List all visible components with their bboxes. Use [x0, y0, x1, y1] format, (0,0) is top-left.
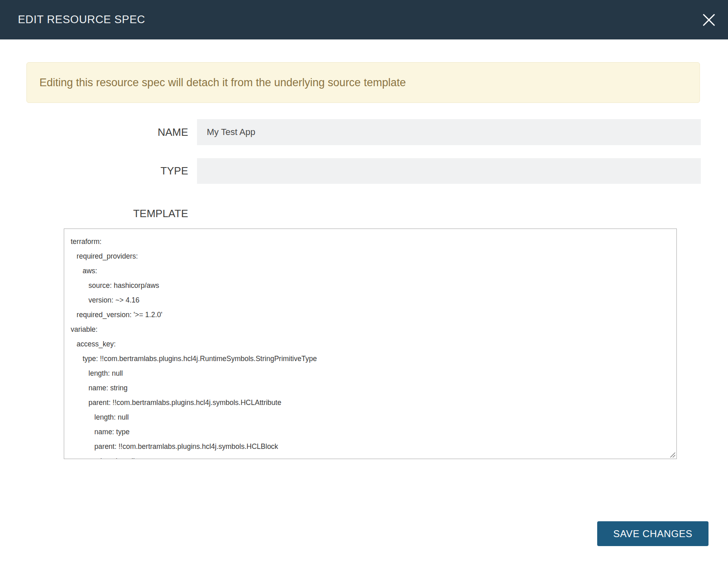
- name-label: NAME: [0, 119, 188, 145]
- textarea-resize-handle[interactable]: [669, 451, 676, 458]
- warning-text: Editing this resource spec will detach i…: [39, 76, 406, 89]
- modal-title: EDIT RESOURCE SPEC: [18, 13, 145, 26]
- warning-banner: Editing this resource spec will detach i…: [26, 62, 700, 103]
- template-label: TEMPLATE: [0, 203, 188, 224]
- close-button[interactable]: [701, 12, 717, 28]
- close-icon: [702, 13, 716, 27]
- type-label: TYPE: [0, 158, 188, 184]
- edit-resource-spec-modal: EDIT RESOURCE SPEC Editing this resource…: [0, 0, 728, 566]
- save-changes-button[interactable]: SAVE CHANGES: [597, 521, 708, 546]
- modal-header: EDIT RESOURCE SPEC: [0, 0, 728, 39]
- type-input[interactable]: [197, 158, 701, 184]
- template-textarea[interactable]: terraform: required_providers: aws: sour…: [64, 229, 677, 459]
- name-input[interactable]: [197, 119, 701, 145]
